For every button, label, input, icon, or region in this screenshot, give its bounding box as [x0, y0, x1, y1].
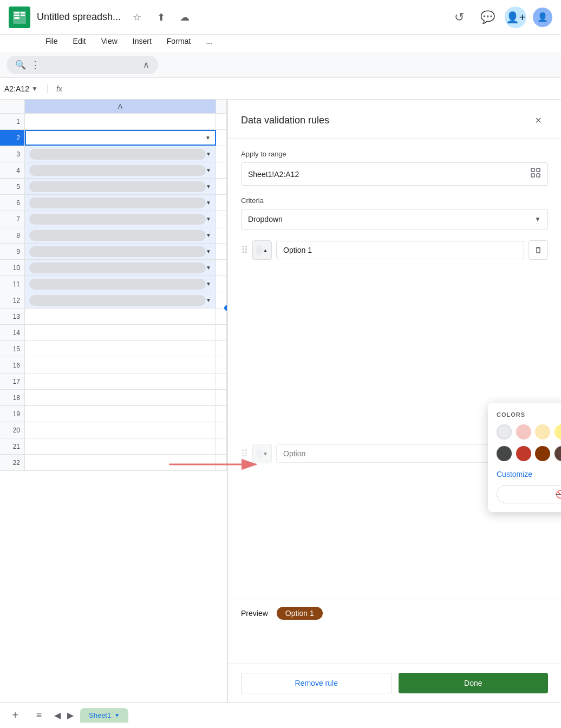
cell-a10[interactable]: ▼: [25, 260, 216, 276]
cell-empty: [216, 211, 227, 227]
delete-option-1-button[interactable]: [529, 240, 548, 260]
comment-button[interactable]: 💬: [477, 6, 498, 28]
criteria-dropdown[interactable]: Dropdown ▼: [241, 209, 548, 229]
done-button[interactable]: Done: [399, 673, 549, 693]
history-button[interactable]: ↺: [448, 6, 470, 28]
dropdown-cell: ▼: [25, 246, 216, 257]
menu-edit[interactable]: Edit: [67, 35, 93, 48]
cell-ref-dropdown-icon[interactable]: ▼: [31, 85, 38, 93]
table-row: 8 ▼: [0, 227, 227, 244]
dropdown-arrow-icon: ▼: [206, 232, 211, 238]
cell-a14[interactable]: [25, 325, 216, 340]
cell-a11[interactable]: ▼: [25, 276, 216, 292]
panel-title: Data validation rules: [241, 115, 329, 126]
formula-bar: A2:A12 ▼ fx: [0, 78, 561, 100]
row-num-14: 14: [0, 325, 25, 340]
cell-a20[interactable]: [25, 422, 216, 438]
collapse-icon[interactable]: ∧: [143, 60, 149, 70]
toolbar-search[interactable]: 🔍 ⋮ ∧: [6, 56, 158, 74]
menu-more[interactable]: ...: [199, 35, 219, 48]
menu-view[interactable]: View: [95, 35, 124, 48]
toolbar-more-icon[interactable]: ⋮: [30, 59, 40, 71]
svg-rect-5: [21, 15, 25, 16]
dropdown-arrow-icon: ▼: [206, 216, 211, 222]
scroll-left-icon[interactable]: ◀: [54, 710, 61, 720]
dropdown-arrow-icon: ▼: [206, 265, 211, 271]
cell-a15[interactable]: [25, 341, 216, 357]
color-picker-popup: COLORS: [488, 403, 561, 512]
dropdown-cell: ▼: [25, 198, 216, 208]
reset-row: 🚫 Reset: [497, 485, 561, 503]
cell-reference[interactable]: A2:A12 ▼: [4, 84, 48, 93]
color-swatch-light-yellow[interactable]: [555, 424, 562, 440]
range-input[interactable]: Sheet1!A2:A12: [241, 162, 548, 186]
cell-a8[interactable]: ▼: [25, 227, 216, 243]
share-button[interactable]: 👤+: [505, 6, 526, 28]
remove-rule-button[interactable]: Remove rule: [241, 673, 392, 693]
close-panel-button[interactable]: ×: [529, 110, 548, 130]
cell-ref-value: A2:A12: [4, 84, 29, 93]
row-num-11: 11: [0, 276, 25, 292]
color-swatch-dark-orange[interactable]: [535, 446, 550, 461]
menu-insert[interactable]: Insert: [126, 35, 158, 48]
row-num-1: 1: [0, 114, 25, 129]
criteria-label: Criteria: [241, 196, 548, 205]
row-num-3: 3: [0, 146, 25, 162]
cell-a1[interactable]: [25, 114, 216, 129]
cell-a18[interactable]: [25, 390, 216, 405]
row-num-13: 13: [0, 309, 25, 324]
table-row: 17: [0, 373, 227, 390]
table-row: 9 ▼: [0, 244, 227, 260]
color-swatch-light-orange[interactable]: [535, 424, 550, 440]
cell-a16[interactable]: [25, 357, 216, 373]
dropdown-cell: ▼: [25, 165, 216, 176]
color-swatch-light-pink[interactable]: [516, 424, 531, 440]
table-row: 16: [0, 357, 227, 373]
dropdown-arrow-icon: ▼: [206, 167, 211, 173]
cell-a6[interactable]: ▼: [25, 195, 216, 211]
cell-a3[interactable]: ▼: [25, 146, 216, 162]
search-icon: 🔍: [15, 60, 26, 70]
cell-a13[interactable]: [25, 309, 216, 324]
cloud-button[interactable]: ☁: [175, 8, 194, 27]
cell-a2[interactable]: ▼: [25, 130, 216, 146]
color-swatch-dark-red[interactable]: [516, 446, 531, 461]
side-panel: Data validation rules × Apply to range S…: [227, 100, 561, 702]
option-2-input[interactable]: [276, 444, 524, 463]
cell-a7[interactable]: ▼: [25, 211, 216, 227]
cell-empty: [216, 162, 227, 178]
dropdown-arrow-icon: ▼: [206, 183, 211, 189]
option-1-input[interactable]: [276, 241, 524, 259]
cell-a5[interactable]: ▼: [25, 179, 216, 194]
customize-button[interactable]: Customize: [497, 468, 532, 481]
menu-bar: File Edit View Insert Format ...: [0, 35, 561, 52]
color-picker-button[interactable]: ▲: [252, 240, 272, 260]
menu-file[interactable]: File: [39, 35, 64, 48]
scroll-right-icon[interactable]: ▶: [67, 710, 74, 720]
cell-a9[interactable]: ▼: [25, 244, 216, 259]
table-row: 6 ▼: [0, 195, 227, 211]
cell-a12[interactable]: ▼: [25, 292, 216, 308]
menu-format[interactable]: Format: [160, 35, 197, 48]
reset-button[interactable]: 🚫 Reset: [497, 485, 561, 503]
color-swatch-dark-brown[interactable]: [555, 446, 562, 461]
light-color-grid: [497, 424, 561, 440]
cell-empty: [216, 276, 227, 292]
upload-button[interactable]: ⬆: [151, 8, 171, 27]
preview-row: Preview Option 1: [228, 600, 561, 626]
cell-a17[interactable]: [25, 373, 216, 389]
drag-handle-icon[interactable]: ⠿: [241, 244, 248, 256]
star-button[interactable]: ☆: [127, 8, 147, 27]
cell-a21[interactable]: [25, 438, 216, 454]
cell-a4[interactable]: ▼: [25, 162, 216, 178]
add-sheet-button[interactable]: +: [6, 707, 24, 724]
color-swatch-light-gray[interactable]: [497, 424, 512, 440]
row-num-19: 19: [0, 406, 25, 422]
option-1-row: ⠿ ▲: [241, 240, 548, 260]
cell-a19[interactable]: [25, 406, 216, 422]
color-swatch-dark-gray[interactable]: [497, 446, 512, 461]
row-num-20: 20: [0, 422, 25, 438]
range-value: Sheet1!A2:A12: [248, 170, 530, 179]
sheet-tab-sheet1[interactable]: Sheet1 ▼: [80, 708, 128, 723]
sheet-menu-button[interactable]: ≡: [30, 707, 48, 724]
